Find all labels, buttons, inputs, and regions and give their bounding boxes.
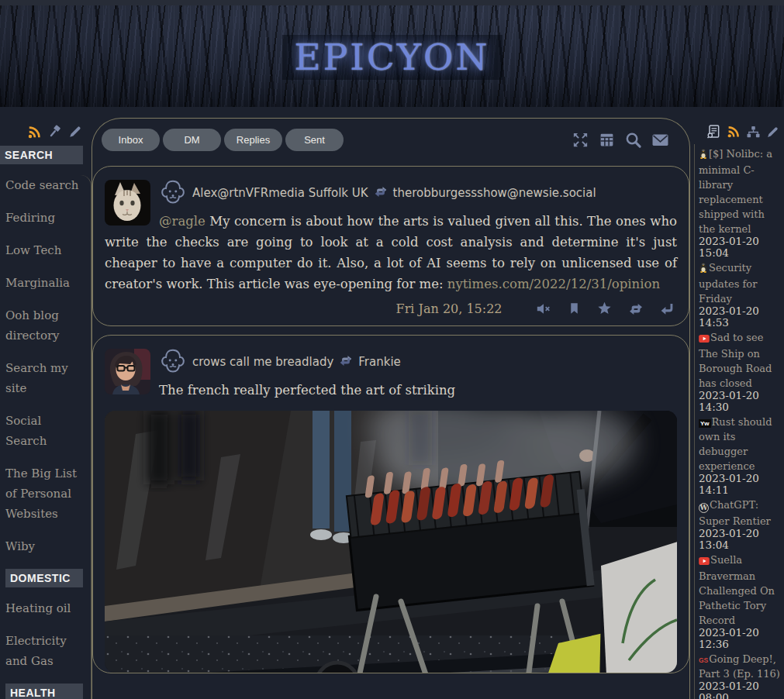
- search-icon[interactable]: [624, 131, 642, 149]
- news-link[interactable]: Sad to see The Ship on Borough Road has …: [699, 332, 772, 389]
- sidebar-link-fediring[interactable]: Fediring: [5, 208, 83, 228]
- mute-icon[interactable]: [536, 302, 551, 315]
- post-body: The french really perfected the art of s…: [105, 380, 677, 401]
- post-card: crows call me breadlady Frankie The fren…: [92, 335, 689, 673]
- top-strip: [0, 0, 784, 5]
- yw-favicon: Yw: [699, 419, 711, 428]
- post-card: Alex@rtnVFRmedia Suffolk UK therobburges…: [92, 166, 689, 326]
- profile-banner[interactable]: EPICYON: [0, 5, 784, 107]
- timeline-container: Inbox DM Replies Sent: [92, 118, 690, 699]
- repeat-icon[interactable]: [628, 303, 644, 315]
- sidebar-link-marginalia[interactable]: Marginalia: [5, 273, 83, 293]
- sidebar-link-ooh-blog-directory[interactable]: Ooh blog directory: [5, 305, 83, 346]
- section-header-domestic: DOMESTIC: [5, 569, 83, 587]
- post-announcer[interactable]: Frankie: [358, 355, 401, 369]
- person-dog-icon[interactable]: [159, 177, 187, 208]
- tab-inbox[interactable]: Inbox: [102, 129, 160, 151]
- news-item: YwRust should own its debugger experienc…: [699, 414, 782, 496]
- post-body: @ragle My concern is about how the arts …: [105, 211, 677, 294]
- news-item: GSGoing Deep!, Part 3 (Ep. 116) 2023-01-…: [699, 651, 782, 699]
- boost-icon: [339, 355, 353, 370]
- boost-icon: [374, 186, 388, 201]
- expand-icon[interactable]: [572, 131, 589, 149]
- newswire-list: [$] Nolibc: a minimal C-library replacem…: [694, 144, 784, 699]
- news-item: Suella Braverman Challenged On Pathetic …: [699, 552, 782, 650]
- news-icon[interactable]: [706, 124, 721, 139]
- person-dog-icon[interactable]: [159, 346, 187, 377]
- youtube-icon: [699, 331, 710, 346]
- post-text: The french really perfected the art of s…: [159, 383, 455, 398]
- gs-favicon: GS: [699, 656, 708, 664]
- hammer-icon[interactable]: [47, 124, 63, 139]
- newswire-column: [$] Nolibc: a minimal C-library replacem…: [690, 107, 784, 699]
- tab-sent[interactable]: Sent: [285, 129, 344, 151]
- tux-icon: [699, 261, 708, 276]
- left-links-column: SEARCH Code search Fediring Low Tech Mar…: [0, 107, 92, 699]
- rss-icon[interactable]: [727, 125, 741, 139]
- pen-icon[interactable]: [766, 126, 779, 139]
- sidebar-link-search-my-site[interactable]: Search my site: [5, 358, 83, 398]
- news-link[interactable]: [$] Nolibc: a minimal C-library replacem…: [699, 148, 772, 235]
- section-header-health: HEALTH: [5, 684, 83, 699]
- news-item: [$] Nolibc: a minimal C-library replacem…: [699, 146, 782, 259]
- news-date: 2023-01-20 14:30: [699, 390, 782, 413]
- post-header: crows call me breadlady Frankie: [159, 349, 677, 375]
- sidebar-link-code-search[interactable]: Code search: [5, 175, 83, 195]
- news-item: Sad to see The Ship on Borough Road has …: [699, 329, 782, 413]
- sidebar-link-heating-oil[interactable]: Heating oil: [5, 598, 83, 618]
- left-links-body: Code search Fediring Low Tech Marginalia…: [0, 175, 92, 699]
- sidebar-link-big-list-personal-websites[interactable]: The Big List of Personal Websites: [5, 463, 83, 524]
- avatar[interactable]: [105, 180, 150, 226]
- news-date: 2023-01-20 14:11: [699, 473, 782, 496]
- tab-dm[interactable]: DM: [163, 129, 221, 151]
- post-attachment-image[interactable]: [105, 411, 677, 673]
- post-header: Alex@rtnVFRmedia Suffolk UK therobburges…: [159, 180, 677, 206]
- avatar[interactable]: [105, 349, 150, 394]
- pen-icon[interactable]: [68, 125, 82, 139]
- news-date: 2023-01-20 15:04: [699, 236, 782, 259]
- news-link[interactable]: Suella Braverman Challenged On Pathetic …: [699, 554, 775, 626]
- timeline-column: Inbox DM Replies Sent: [92, 107, 690, 699]
- sitemap-icon[interactable]: [746, 125, 761, 139]
- youtube-icon: [699, 553, 710, 568]
- bookmark-icon[interactable]: [568, 301, 581, 315]
- sidebar-link-social-search[interactable]: Social Search: [5, 411, 83, 451]
- post-announcer[interactable]: therobburgessshow@newsie.social: [393, 186, 596, 200]
- article-link[interactable]: nytimes.com/2022/12/31/opinion: [447, 277, 660, 291]
- rss-icon[interactable]: [27, 125, 42, 139]
- news-date: 2023-01-20 13:04: [699, 528, 782, 551]
- news-date: 2023-01-20 08:00: [699, 680, 782, 699]
- sidebar-link-wiby[interactable]: Wiby: [5, 536, 83, 556]
- news-link[interactable]: Going Deep!, Part 3 (Ep. 116): [699, 653, 780, 680]
- post-author[interactable]: crows call me breadlady: [192, 355, 333, 369]
- wordpress-icon: W: [699, 503, 709, 513]
- envelope-icon[interactable]: [651, 133, 669, 147]
- news-link[interactable]: ChatGPT: Super Rentier: [699, 499, 771, 527]
- mention-link[interactable]: @ragle: [159, 214, 205, 229]
- sidebar-link-electricity-and-gas[interactable]: Electricity and Gas: [5, 631, 83, 671]
- tab-replies[interactable]: Replies: [224, 129, 282, 151]
- table-icon[interactable]: [599, 132, 615, 148]
- sidebar-link-low-tech[interactable]: Low Tech: [5, 240, 83, 260]
- news-item: WChatGPT: Super Rentier 2023-01-20 13:04: [699, 497, 782, 551]
- epicyon-app: EPICYON SEARCH Code search Fediring Low …: [0, 0, 784, 699]
- post-timestamp[interactable]: Fri Jan 20, 15:22: [396, 301, 503, 316]
- news-item: Security updates for Friday 2023-01-20 1…: [699, 260, 782, 329]
- post-footer: Fri Jan 20, 15:22: [105, 301, 677, 316]
- tux-icon: [699, 147, 708, 162]
- post-author[interactable]: Alex@rtnVFRmedia Suffolk UK: [192, 186, 368, 200]
- instance-title[interactable]: EPICYON: [281, 35, 502, 80]
- news-date: 2023-01-20 14:53: [699, 305, 782, 329]
- star-icon[interactable]: [597, 301, 612, 315]
- section-header-search: SEARCH: [0, 146, 83, 164]
- timeline-tabs: Inbox DM Replies Sent: [92, 119, 689, 157]
- news-date: 2023-01-20 12:36: [699, 627, 782, 650]
- reply-icon[interactable]: [660, 302, 674, 315]
